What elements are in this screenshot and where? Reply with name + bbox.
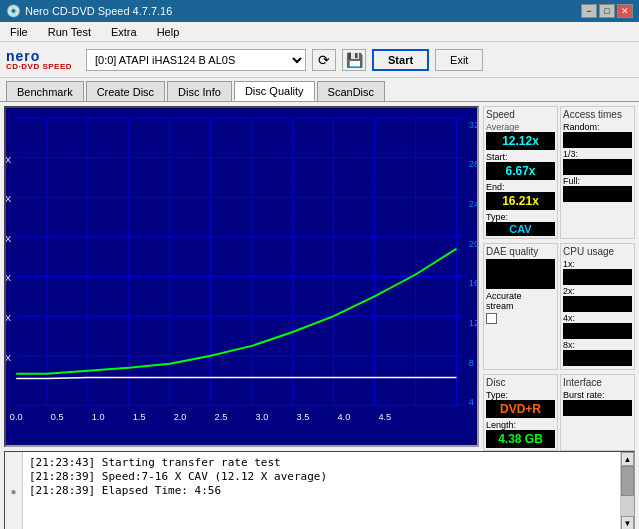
svg-text:16: 16 — [469, 279, 477, 289]
log-icon[interactable]: ● — [5, 452, 23, 529]
dae-panel: DAE quality Accurate stream — [483, 243, 558, 370]
eight-label: 8x: — [563, 340, 632, 350]
svg-text:2.0: 2.0 — [174, 412, 187, 422]
nero-logo: nero CD·DVD SPEED — [6, 49, 72, 71]
tab-disc-info[interactable]: Disc Info — [167, 81, 232, 101]
access-title: Access times — [563, 109, 632, 120]
dae-title: DAE quality — [486, 246, 555, 257]
start-value: 6.67x — [486, 162, 555, 180]
svg-text:24 X: 24 X — [6, 155, 11, 165]
svg-text:2.5: 2.5 — [215, 412, 228, 422]
maximize-button[interactable]: □ — [599, 4, 615, 18]
tab-scandisc[interactable]: ScanDisc — [317, 81, 385, 101]
svg-text:0.0: 0.0 — [10, 412, 23, 422]
window-title: Nero CD-DVD Speed 4.7.7.16 — [25, 5, 172, 17]
stream-label: stream — [486, 301, 555, 311]
onethird-value-box — [563, 159, 632, 175]
save-icon[interactable]: 💾 — [342, 49, 366, 71]
disc-panel: Disc Type: DVD+R Length: 4.38 GB — [483, 374, 558, 451]
log-area: ● [21:23:43] Starting transfer rate test… — [4, 451, 635, 529]
scroll-down[interactable]: ▼ — [621, 516, 634, 529]
burst-value-box — [563, 400, 632, 416]
svg-text:32: 32 — [469, 120, 477, 130]
menu-help[interactable]: Help — [151, 25, 186, 39]
tab-create-disc[interactable]: Create Disc — [86, 81, 165, 101]
svg-text:4: 4 — [469, 397, 474, 407]
svg-text:24: 24 — [469, 199, 477, 209]
title-bar-controls: − □ ✕ — [581, 4, 633, 18]
onethird-label: 1/3: — [563, 149, 632, 159]
svg-text:12 X: 12 X — [6, 274, 11, 284]
title-bar: 💿 Nero CD-DVD Speed 4.7.7.16 − □ ✕ — [0, 0, 639, 22]
log-entry-2: [21:28:39] Speed:7-16 X CAV (12.12 X ave… — [29, 470, 614, 483]
average-value: 12.12x — [486, 132, 555, 150]
cpu-title: CPU usage — [563, 246, 632, 257]
one-label: 1x: — [563, 259, 632, 269]
type-label: Type: — [486, 212, 555, 222]
menu-file[interactable]: File — [4, 25, 34, 39]
menu-run-test[interactable]: Run Test — [42, 25, 97, 39]
full-value-box — [563, 186, 632, 202]
chart-svg: 4 X 8 X 12 X 16 X 20 X 24 X 4 8 12 16 20… — [6, 108, 477, 445]
interface-panel: Interface Burst rate: — [560, 374, 635, 451]
scroll-thumb[interactable] — [621, 466, 634, 496]
end-value: 16.21x — [486, 192, 555, 210]
svg-text:8: 8 — [469, 358, 474, 368]
dae-value-box — [486, 259, 555, 289]
type-value: CAV — [486, 222, 555, 236]
refresh-icon[interactable]: ⟳ — [312, 49, 336, 71]
main-content: 4 X 8 X 12 X 16 X 20 X 24 X 4 8 12 16 20… — [0, 102, 639, 451]
four-label: 4x: — [563, 313, 632, 323]
svg-text:4.5: 4.5 — [378, 412, 391, 422]
scroll-track[interactable] — [621, 466, 634, 516]
full-label: Full: — [563, 176, 632, 186]
speed-brand: CD·DVD SPEED — [6, 63, 72, 71]
cpu-4x-box — [563, 323, 632, 339]
log-scrollbar[interactable]: ▲ ▼ — [620, 452, 634, 529]
log-entry-3: [21:28:39] Elapsed Time: 4:56 — [29, 484, 614, 497]
disc-length-value: 4.38 GB — [486, 430, 555, 448]
access-times-panel: Access times Random: 1/3: Full: — [560, 106, 635, 239]
accurate-label: Accurate — [486, 291, 555, 301]
cpu-1x-box — [563, 269, 632, 285]
svg-text:8 X: 8 X — [6, 313, 11, 323]
svg-text:16 X: 16 X — [6, 234, 11, 244]
random-value-box — [563, 132, 632, 148]
cpu-8x-box — [563, 350, 632, 366]
svg-text:12: 12 — [469, 318, 477, 328]
random-label: Random: — [563, 122, 632, 132]
menu-bar: File Run Test Extra Help — [0, 22, 639, 42]
svg-text:4.0: 4.0 — [338, 412, 351, 422]
disc-title: Disc — [486, 377, 555, 388]
log-content: [21:23:43] Starting transfer rate test [… — [23, 452, 620, 529]
svg-text:0.5: 0.5 — [51, 412, 64, 422]
tabs: Benchmark Create Disc Disc Info Disc Qua… — [0, 78, 639, 102]
start-button[interactable]: Start — [372, 49, 429, 71]
tab-disc-quality[interactable]: Disc Quality — [234, 81, 315, 101]
interface-title: Interface — [563, 377, 632, 388]
end-label: End: — [486, 182, 555, 192]
svg-text:20: 20 — [469, 239, 477, 249]
speed-panel: Speed Average 12.12x Start: 6.67x End: 1… — [483, 106, 558, 239]
nero-brand: nero — [6, 49, 72, 63]
speed-title: Speed — [486, 109, 555, 120]
svg-text:20 X: 20 X — [6, 194, 11, 204]
svg-text:1.0: 1.0 — [92, 412, 105, 422]
close-button[interactable]: ✕ — [617, 4, 633, 18]
accurate-stream-row — [486, 313, 555, 324]
menu-extra[interactable]: Extra — [105, 25, 143, 39]
disc-type-value: DVD+R — [486, 400, 555, 418]
svg-text:3.0: 3.0 — [256, 412, 269, 422]
scroll-up[interactable]: ▲ — [621, 452, 634, 466]
cpu-2x-box — [563, 296, 632, 312]
right-panel: Speed Average 12.12x Start: 6.67x End: 1… — [483, 106, 635, 447]
drive-select[interactable]: [0:0] ATAPI iHAS124 B AL0S — [86, 49, 306, 71]
exit-button[interactable]: Exit — [435, 49, 483, 71]
start-label: Start: — [486, 152, 555, 162]
burst-label: Burst rate: — [563, 390, 632, 400]
tab-benchmark[interactable]: Benchmark — [6, 81, 84, 101]
accurate-stream-checkbox[interactable] — [486, 313, 497, 324]
minimize-button[interactable]: − — [581, 4, 597, 18]
cpu-panel: CPU usage 1x: 2x: 4x: 8x: — [560, 243, 635, 370]
toolbar: nero CD·DVD SPEED [0:0] ATAPI iHAS124 B … — [0, 42, 639, 78]
